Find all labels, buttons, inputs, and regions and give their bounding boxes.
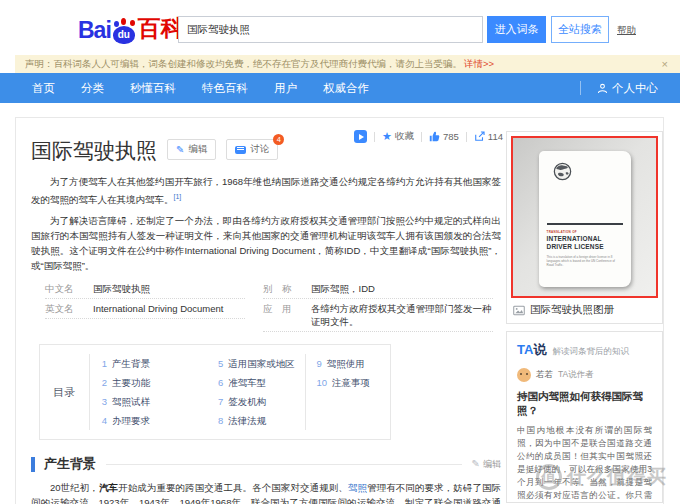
toc-item-10[interactable]: 10注意事项	[316, 373, 390, 392]
toc-title: 目录	[40, 354, 90, 430]
favorite-button[interactable]: ★ 收藏	[382, 130, 414, 143]
entry-actions: ★ 收藏 785 114	[354, 130, 503, 143]
star-icon: ★	[382, 131, 392, 142]
intro-paragraph-1: 为了方便驾车人在其他签约国开车旅行，1968年维也纳国际道路交通公约规定各缔约方…	[31, 174, 501, 207]
author-name: 若若	[536, 369, 553, 381]
share-button[interactable]: 114	[474, 131, 503, 142]
entry-image[interactable]: TRANSLATION OF INTERNATIONALDRIVER LICEN…	[511, 136, 658, 298]
nav-item-featured[interactable]: 特色百科	[202, 81, 248, 96]
sidebar: TRANSLATION OF INTERNATIONALDRIVER LICEN…	[506, 131, 663, 504]
baidu-paw-icon: du	[112, 18, 137, 44]
nav-divider	[580, 81, 581, 95]
reference-link[interactable]: [1]	[174, 193, 182, 200]
baidu-baike-page: Bai du 百科 进入词条 全站搜索 帮助 声明：百科词条人人可编辑，词条创建…	[0, 0, 680, 504]
toc-item-3[interactable]: 3驾照试样	[102, 392, 206, 411]
toc-item-1[interactable]: 1产生背景	[102, 354, 206, 373]
pencil-icon: ✎	[472, 459, 480, 469]
auto-link[interactable]: 汽车	[99, 482, 118, 493]
main-nav: 首页 分类 秒懂百科 特色百科 用户 权威合作 个人中心	[0, 73, 680, 103]
section-heading-background: 产生背景 ✎ 编辑	[31, 455, 501, 473]
toc-item-4[interactable]: 4办理要求	[102, 411, 206, 430]
disclaimer-text: 声明：百科词条人人可编辑，词条创建和修改均免费，绝不存在官方及代理商付费代编，请…	[25, 58, 462, 71]
toc-item-9[interactable]: 9驾照使用	[316, 354, 390, 373]
globe-emblem-icon	[553, 162, 572, 181]
toc-item-2[interactable]: 2主要功能	[102, 373, 206, 392]
edit-button[interactable]: ✎ 编辑	[167, 139, 216, 160]
tashuo-header: TA说 解读词条背后的知识	[517, 341, 652, 359]
tashuo-body: 中国内地根本没有所谓的国际驾照，因为中国不是联合国道路交通公约的成员国！但其实中…	[517, 424, 652, 503]
pencil-icon: ✎	[176, 145, 184, 155]
video-icon[interactable]	[354, 130, 367, 143]
section-divider-line	[106, 464, 462, 465]
tashuo-tagline: 解读词条背后的知识	[552, 346, 629, 358]
booklet-translation-label: TRANSLATION OF	[547, 230, 577, 234]
nav-item-users[interactable]: 用户	[274, 81, 297, 96]
logo-bai-text: Bai	[78, 17, 111, 44]
page-title: 国际驾驶执照	[31, 138, 157, 163]
info-row-cn: 中文名 国际驾驶执照	[45, 279, 245, 299]
discuss-count-badge: 4	[273, 134, 284, 145]
disclaimer-bar: 声明：百科词条人人可编辑，词条创建和修改均免费，绝不存在官方及代理商付费代编，请…	[15, 55, 680, 73]
basic-info-table: 中文名 国际驾驶执照 英文名 International Driving Doc…	[45, 279, 493, 332]
table-of-contents: 目录 1产生背景 2主要功能 3驾照试样 4办理要求 5适用国家或地区 6准驾车…	[39, 344, 391, 440]
nav-item-cooperation[interactable]: 权威合作	[323, 81, 369, 96]
tashuo-card: TA说 解读词条背后的知识 若若 TA说作者 持国内驾照如何获得国际驾照？ 中国…	[506, 331, 663, 503]
nav-item-home[interactable]: 首页	[32, 81, 55, 96]
close-icon[interactable]: ×	[662, 58, 670, 70]
baidu-baike-logo[interactable]: Bai du 百科	[78, 13, 184, 44]
toc-item-8[interactable]: 8法律法规	[218, 411, 305, 430]
section-edit-link[interactable]: ✎ 编辑	[472, 458, 501, 471]
album-icon	[513, 305, 525, 316]
title-row: 国际驾驶执照 ✎ 编辑 讨论 4	[31, 138, 278, 163]
like-button[interactable]: 785	[429, 131, 459, 142]
info-row-application: 应 用 各缔约方政府授权其交通管理部门签发一种证明文件。	[263, 299, 493, 332]
info-row-alias: 别 称 国际驾照，IDD	[263, 279, 493, 299]
toc-item-7[interactable]: 7签发机构	[218, 392, 305, 411]
enter-entry-button[interactable]: 进入词条	[487, 16, 546, 43]
tashuo-author-row: 若若 TA说作者	[517, 368, 652, 382]
help-link[interactable]: 帮助	[617, 24, 636, 37]
intro-paragraph-2: 为了解决语言障碍，还制定了一个办法，即由各缔约方政府授权其交通管理部门按照公约中…	[31, 213, 501, 273]
search-input[interactable]	[178, 16, 483, 43]
driver-license-booklet: TRANSLATION OF INTERNATIONALDRIVER LICEN…	[539, 151, 631, 287]
booklet-note: This is a translation of a foreign drive…	[547, 255, 623, 267]
thumb-up-icon	[429, 131, 440, 142]
booklet-divider	[547, 223, 623, 225]
toc-item-5[interactable]: 5适用国家或地区	[218, 354, 305, 373]
tashuo-logo: TA说	[517, 341, 546, 359]
personal-center-link[interactable]: 个人中心	[597, 81, 658, 96]
discuss-button[interactable]: 讨论 4	[226, 139, 278, 160]
details-link[interactable]: 详情>>	[464, 58, 494, 71]
album-card: TRANSLATION OF INTERNATIONALDRIVER LICEN…	[506, 131, 663, 324]
section-accent-bar	[31, 457, 35, 472]
like-count: 785	[443, 131, 459, 142]
article-body: 为了方便驾车人在其他签约国开车旅行，1968年维也纳国际道路交通公约规定各缔约方…	[31, 174, 501, 504]
toc-item-6[interactable]: 6准驾车型	[218, 373, 305, 392]
logo-baike-text: 百科	[138, 13, 184, 44]
site-search-button[interactable]: 全站搜索	[551, 16, 609, 43]
content-card: ★ 收藏 785 114 国际驾驶执照 ✎	[15, 117, 664, 504]
person-icon	[597, 83, 608, 94]
info-row-en: 英文名 International Driving Document	[45, 299, 245, 319]
nav-item-category[interactable]: 分类	[81, 81, 104, 96]
top-header: Bai du 百科 进入词条 全站搜索 帮助	[0, 0, 680, 55]
section-title: 产生背景	[44, 455, 96, 473]
background-paragraph: 20世纪初，汽车开始成为重要的跨国交通工具。各个国家对交通规则、驾照管理有不同的…	[31, 480, 501, 504]
booklet-title: INTERNATIONALDRIVER LICENSE	[547, 235, 604, 251]
share-count: 114	[488, 131, 503, 142]
nav-item-miaodong[interactable]: 秒懂百科	[130, 81, 176, 96]
avatar	[517, 368, 531, 382]
album-caption-link[interactable]: 国际驾驶执照图册	[511, 298, 658, 319]
share-icon	[474, 131, 485, 142]
jiazhao-link[interactable]: 驾照	[348, 482, 367, 493]
speech-bubble-icon	[235, 146, 246, 154]
tashuo-question-link[interactable]: 持国内驾照如何获得国际驾照？	[517, 390, 652, 418]
author-role: TA说作者	[558, 369, 594, 381]
